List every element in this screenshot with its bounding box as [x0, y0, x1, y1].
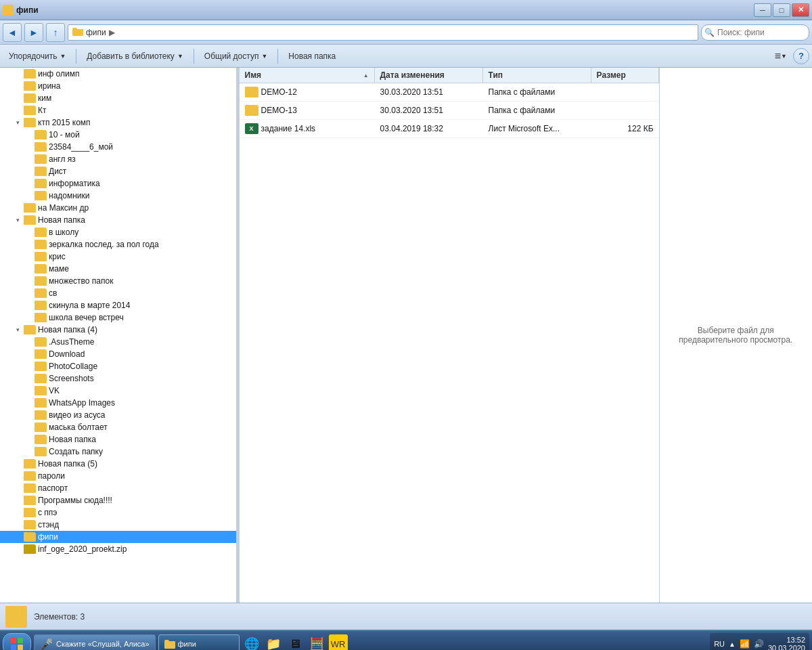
- tree-item-s-ppz[interactable]: с ппэ: [0, 506, 236, 519]
- column-header-date[interactable]: Дата изменения: [375, 68, 483, 83]
- file-row-demo13[interactable]: DEMO-13 30.03.2020 13:51 Папка с файлами: [240, 102, 659, 120]
- tree-item-maska[interactable]: маська болтает: [0, 421, 236, 433]
- tree-toggle: ▾: [14, 216, 22, 224]
- tree-toggle: [24, 277, 32, 285]
- tree-toggle: [24, 350, 32, 358]
- tree-item-asustheme[interactable]: .AsusTheme: [0, 336, 236, 348]
- tree-item-programmy[interactable]: Программы сюда!!!!: [0, 494, 236, 506]
- tree-item-novaya-papka-4[interactable]: ▾Новая папка (4): [0, 324, 236, 336]
- tree-item-irina[interactable]: ирина: [0, 80, 236, 92]
- tree-item-novaya-papka-5[interactable]: Новая папка (5): [0, 458, 236, 470]
- library-button[interactable]: Добавить в библиотеку ▼: [81, 47, 189, 65]
- tree-item-kim[interactable]: ким: [0, 92, 236, 104]
- tree-item-nadomniki[interactable]: надомники: [0, 190, 236, 202]
- tree-item-skinula[interactable]: скинула в марте 2014: [0, 299, 236, 311]
- close-button[interactable]: ✕: [792, 3, 809, 17]
- tree-item-informatika[interactable]: информатика: [0, 177, 236, 190]
- up-button[interactable]: ↑: [46, 23, 65, 42]
- file-date-cell: 30.03.2020 13:51: [375, 104, 483, 116]
- tray-expand-icon[interactable]: ▲: [729, 641, 736, 648]
- tree-item-label: Новая папка (5): [38, 459, 97, 469]
- folder-icon: [24, 508, 36, 517]
- search-box[interactable]: 🔍: [701, 24, 809, 41]
- tree-item-shkola[interactable]: школа вечер встреч: [0, 311, 236, 324]
- address-bar: ◄ ► ↑ фипи ▶ 🔍: [0, 20, 812, 45]
- tree-item-paroli[interactable]: пароли: [0, 470, 236, 482]
- tree-item-pasport[interactable]: паспорт: [0, 482, 236, 494]
- column-header-name[interactable]: Имя ▲: [240, 68, 375, 83]
- tree-item-mame[interactable]: маме: [0, 263, 236, 275]
- tree-item-screenshots[interactable]: Screenshots: [0, 372, 236, 385]
- taskbar-explorer-item[interactable]: фипи: [158, 634, 240, 650]
- tree-item-mnozhestvo[interactable]: множество папок: [0, 275, 236, 287]
- address-path[interactable]: фипи ▶: [68, 24, 698, 41]
- tree-item-kt[interactable]: Кт: [0, 104, 236, 116]
- tree-toggle: [14, 106, 22, 114]
- folder-icon: [35, 130, 47, 139]
- folder-icon: [35, 362, 47, 371]
- tree-item-zip[interactable]: inf_oge_2020_proekt.zip: [0, 543, 236, 555]
- share-button[interactable]: Общий доступ ▼: [198, 47, 274, 65]
- file-row-demo12[interactable]: DEMO-12 30.03.2020 13:51 Папка с файлами: [240, 83, 659, 102]
- forward-button[interactable]: ►: [24, 23, 43, 42]
- cortana-button[interactable]: 🎤 Скажите «Слушай, Алиса»: [34, 634, 156, 650]
- folder-icon: [35, 313, 47, 322]
- taskbar-zip-icon[interactable]: WR: [329, 634, 348, 650]
- folder-icon: [35, 191, 47, 200]
- tree-item-novaya-papka-sub[interactable]: Новая папка: [0, 433, 236, 446]
- view-button[interactable]: ≡ ▼: [770, 47, 792, 65]
- tree-item-sozdat[interactable]: Создать папку: [0, 446, 236, 458]
- folder-icon: [24, 118, 36, 127]
- search-input[interactable]: [717, 28, 812, 37]
- tree-item-video[interactable]: видео из асуса: [0, 409, 236, 421]
- taskbar-folder-icon[interactable]: 📁: [264, 634, 283, 650]
- organize-button[interactable]: Упорядочить ▼: [3, 47, 72, 65]
- taskbar-calc-icon[interactable]: 🧮: [307, 634, 326, 650]
- tree-item-whatsapp[interactable]: WhatsApp Images: [0, 397, 236, 409]
- taskbar-chrome-icon[interactable]: 🌐: [242, 634, 261, 650]
- tree-item-kris[interactable]: крис: [0, 251, 236, 263]
- tree-toggle: [24, 338, 32, 346]
- file-list-header: Имя ▲ Дата изменения Тип Размер: [240, 68, 659, 83]
- tree-item-dist[interactable]: Дист: [0, 165, 236, 177]
- column-header-size[interactable]: Размер: [591, 68, 659, 83]
- new-folder-button[interactable]: Новая папка: [282, 47, 342, 65]
- tree-item-v-shkolu[interactable]: в школу: [0, 226, 236, 238]
- tree-item-anglyaz[interactable]: англ яз: [0, 153, 236, 165]
- tree-item-label: ирина: [38, 81, 60, 91]
- tree-item-label: фипи: [38, 532, 58, 542]
- tree-item-label: PhotoCollage: [49, 362, 97, 371]
- taskbar-ie-icon[interactable]: 🖥: [286, 634, 304, 650]
- tray-time: 13:52: [768, 636, 805, 644]
- tree-item-label: на Максин др: [38, 203, 89, 213]
- tree-item-zerkalka[interactable]: зеркалка послед. за пол года: [0, 238, 236, 251]
- tray-clock[interactable]: 13:52 30.03.2020: [768, 636, 805, 650]
- maximize-button[interactable]: □: [773, 3, 790, 17]
- tree-item-label: с ппэ: [38, 508, 57, 517]
- tree-item-ktp2015[interactable]: ▾ктп 2015 комп: [0, 116, 236, 129]
- preview-pane: Выберите файл для предварительного просм…: [659, 68, 812, 603]
- tree-item-sv[interactable]: св: [0, 287, 236, 299]
- tree-item-10moy[interactable]: 10 - мой: [0, 129, 236, 141]
- help-button[interactable]: ?: [793, 48, 809, 64]
- tree-item-fipi[interactable]: фипи: [0, 531, 236, 543]
- tree-item-novaya-papka[interactable]: ▾Новая папка: [0, 214, 236, 226]
- start-button[interactable]: [3, 633, 31, 650]
- tree-item-na-maksin-dr[interactable]: на Максин др: [0, 202, 236, 214]
- minimize-button[interactable]: ─: [754, 3, 771, 17]
- back-button[interactable]: ◄: [3, 23, 22, 42]
- tree-item-stend[interactable]: стэнд: [0, 519, 236, 531]
- file-type-cell: Папка с файлами: [483, 86, 591, 98]
- tree-item-inf-olimp[interactable]: инф олимп: [0, 68, 236, 80]
- tree-item-photocollage[interactable]: PhotoCollage: [0, 360, 236, 372]
- column-header-type[interactable]: Тип: [483, 68, 591, 83]
- tree-toggle: [24, 131, 32, 139]
- svg-rect-0: [5, 9, 12, 14]
- file-row-zadanie14[interactable]: X задание 14.xls 03.04.2019 18:32 Лист M…: [240, 120, 659, 138]
- tree-item-23584[interactable]: 23584____6_мой: [0, 141, 236, 153]
- tree-toggle: [24, 374, 32, 383]
- tree-toggle: [24, 265, 32, 273]
- tree-item-download[interactable]: Download: [0, 348, 236, 360]
- tree-item-vk[interactable]: VK: [0, 385, 236, 397]
- folder-icon: [35, 386, 47, 395]
